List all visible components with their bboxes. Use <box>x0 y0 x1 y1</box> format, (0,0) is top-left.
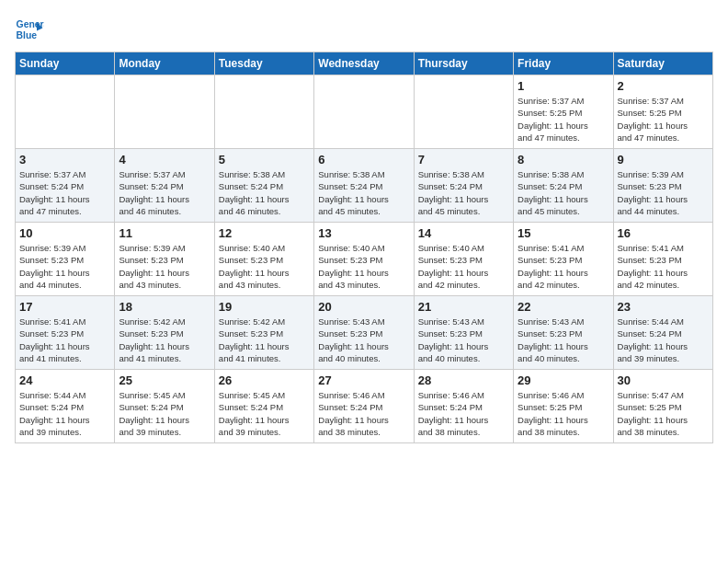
col-header-thursday: Thursday <box>414 52 513 75</box>
day-info: Sunrise: 5:46 AM Sunset: 5:24 PM Dayligh… <box>318 389 409 438</box>
day-info: Sunrise: 5:43 AM Sunset: 5:23 PM Dayligh… <box>318 316 409 364</box>
day-number: 10 <box>19 226 110 240</box>
day-number: 11 <box>119 226 210 240</box>
calendar-cell: 4Sunrise: 5:37 AM Sunset: 5:24 PM Daylig… <box>115 149 214 223</box>
day-number: 14 <box>418 226 509 240</box>
day-info: Sunrise: 5:37 AM Sunset: 5:25 PM Dayligh… <box>618 95 709 144</box>
day-number: 19 <box>219 300 310 314</box>
calendar-cell: 13Sunrise: 5:40 AM Sunset: 5:23 PM Dayli… <box>314 223 414 296</box>
calendar-cell: 22Sunrise: 5:43 AM Sunset: 5:23 PM Dayli… <box>514 296 613 370</box>
day-info: Sunrise: 5:37 AM Sunset: 5:24 PM Dayligh… <box>119 168 210 217</box>
calendar-cell: 24Sunrise: 5:44 AM Sunset: 5:24 PM Dayli… <box>16 370 115 443</box>
day-number: 12 <box>219 226 310 240</box>
day-info: Sunrise: 5:38 AM Sunset: 5:24 PM Dayligh… <box>318 168 409 217</box>
calendar-cell: 29Sunrise: 5:46 AM Sunset: 5:25 PM Dayli… <box>514 370 613 443</box>
day-number: 9 <box>618 153 709 167</box>
day-number: 30 <box>618 373 709 387</box>
calendar-cell: 2Sunrise: 5:37 AM Sunset: 5:25 PM Daylig… <box>613 75 712 149</box>
day-info: Sunrise: 5:37 AM Sunset: 5:24 PM Dayligh… <box>19 168 110 217</box>
day-number: 1 <box>518 79 609 93</box>
calendar-cell: 17Sunrise: 5:41 AM Sunset: 5:23 PM Dayli… <box>16 296 115 370</box>
day-number: 6 <box>318 153 409 167</box>
day-info: Sunrise: 5:38 AM Sunset: 5:24 PM Dayligh… <box>219 168 310 217</box>
day-info: Sunrise: 5:38 AM Sunset: 5:24 PM Dayligh… <box>418 168 509 217</box>
day-info: Sunrise: 5:37 AM Sunset: 5:25 PM Dayligh… <box>518 95 609 144</box>
day-number: 15 <box>518 226 609 240</box>
day-info: Sunrise: 5:46 AM Sunset: 5:25 PM Dayligh… <box>518 389 609 438</box>
calendar-cell: 18Sunrise: 5:42 AM Sunset: 5:23 PM Dayli… <box>115 296 214 370</box>
calendar-cell: 21Sunrise: 5:43 AM Sunset: 5:23 PM Dayli… <box>414 296 513 370</box>
day-info: Sunrise: 5:40 AM Sunset: 5:23 PM Dayligh… <box>219 242 310 291</box>
calendar-cell <box>414 75 513 149</box>
calendar-cell <box>214 75 313 149</box>
calendar-cell: 16Sunrise: 5:41 AM Sunset: 5:23 PM Dayli… <box>613 223 712 296</box>
day-info: Sunrise: 5:38 AM Sunset: 5:24 PM Dayligh… <box>518 168 609 217</box>
calendar-cell: 15Sunrise: 5:41 AM Sunset: 5:23 PM Dayli… <box>514 223 613 296</box>
day-info: Sunrise: 5:41 AM Sunset: 5:23 PM Dayligh… <box>19 316 110 364</box>
calendar-cell: 27Sunrise: 5:46 AM Sunset: 5:24 PM Dayli… <box>314 370 414 443</box>
day-info: Sunrise: 5:43 AM Sunset: 5:23 PM Dayligh… <box>418 316 509 364</box>
calendar-cell: 23Sunrise: 5:44 AM Sunset: 5:24 PM Dayli… <box>613 296 712 370</box>
day-number: 27 <box>318 373 409 387</box>
day-info: Sunrise: 5:44 AM Sunset: 5:24 PM Dayligh… <box>19 389 110 438</box>
page-header: General Blue <box>15 15 713 44</box>
calendar-cell <box>314 75 414 149</box>
day-number: 13 <box>318 226 409 240</box>
day-info: Sunrise: 5:39 AM Sunset: 5:23 PM Dayligh… <box>618 168 709 217</box>
col-header-tuesday: Tuesday <box>214 52 313 75</box>
calendar-cell: 12Sunrise: 5:40 AM Sunset: 5:23 PM Dayli… <box>214 223 313 296</box>
day-info: Sunrise: 5:47 AM Sunset: 5:25 PM Dayligh… <box>618 389 709 438</box>
col-header-wednesday: Wednesday <box>314 52 414 75</box>
calendar-cell: 6Sunrise: 5:38 AM Sunset: 5:24 PM Daylig… <box>314 149 414 223</box>
calendar-cell: 5Sunrise: 5:38 AM Sunset: 5:24 PM Daylig… <box>214 149 313 223</box>
calendar-table: SundayMondayTuesdayWednesdayThursdayFrid… <box>15 52 713 443</box>
day-number: 29 <box>518 373 609 387</box>
day-info: Sunrise: 5:41 AM Sunset: 5:23 PM Dayligh… <box>518 242 609 291</box>
col-header-sunday: Sunday <box>16 52 115 75</box>
col-header-friday: Friday <box>514 52 613 75</box>
col-header-monday: Monday <box>115 52 214 75</box>
calendar-cell: 19Sunrise: 5:42 AM Sunset: 5:23 PM Dayli… <box>214 296 313 370</box>
day-number: 26 <box>219 373 310 387</box>
day-number: 17 <box>19 300 110 314</box>
day-info: Sunrise: 5:39 AM Sunset: 5:23 PM Dayligh… <box>119 242 210 291</box>
day-number: 5 <box>219 153 310 167</box>
calendar-cell: 14Sunrise: 5:40 AM Sunset: 5:23 PM Dayli… <box>414 223 513 296</box>
calendar-cell: 28Sunrise: 5:46 AM Sunset: 5:24 PM Dayli… <box>414 370 513 443</box>
calendar-cell: 10Sunrise: 5:39 AM Sunset: 5:23 PM Dayli… <box>16 223 115 296</box>
day-info: Sunrise: 5:45 AM Sunset: 5:24 PM Dayligh… <box>119 389 210 438</box>
day-info: Sunrise: 5:45 AM Sunset: 5:24 PM Dayligh… <box>219 389 310 438</box>
day-info: Sunrise: 5:40 AM Sunset: 5:23 PM Dayligh… <box>318 242 409 291</box>
calendar-cell: 8Sunrise: 5:38 AM Sunset: 5:24 PM Daylig… <box>514 149 613 223</box>
day-number: 4 <box>119 153 210 167</box>
logo-icon: General Blue <box>15 15 44 44</box>
day-number: 18 <box>119 300 210 314</box>
calendar-cell: 1Sunrise: 5:37 AM Sunset: 5:25 PM Daylig… <box>514 75 613 149</box>
day-number: 2 <box>618 79 709 93</box>
calendar-cell: 3Sunrise: 5:37 AM Sunset: 5:24 PM Daylig… <box>16 149 115 223</box>
logo: General Blue <box>15 15 48 44</box>
day-info: Sunrise: 5:42 AM Sunset: 5:23 PM Dayligh… <box>219 316 310 364</box>
day-number: 16 <box>618 226 709 240</box>
calendar-cell: 25Sunrise: 5:45 AM Sunset: 5:24 PM Dayli… <box>115 370 214 443</box>
day-number: 7 <box>418 153 509 167</box>
col-header-saturday: Saturday <box>613 52 712 75</box>
calendar-cell: 9Sunrise: 5:39 AM Sunset: 5:23 PM Daylig… <box>613 149 712 223</box>
calendar-cell: 7Sunrise: 5:38 AM Sunset: 5:24 PM Daylig… <box>414 149 513 223</box>
calendar-cell: 30Sunrise: 5:47 AM Sunset: 5:25 PM Dayli… <box>613 370 712 443</box>
day-number: 20 <box>318 300 409 314</box>
day-number: 22 <box>518 300 609 314</box>
day-number: 3 <box>19 153 110 167</box>
day-number: 8 <box>518 153 609 167</box>
day-info: Sunrise: 5:44 AM Sunset: 5:24 PM Dayligh… <box>618 316 709 364</box>
calendar-cell: 11Sunrise: 5:39 AM Sunset: 5:23 PM Dayli… <box>115 223 214 296</box>
day-info: Sunrise: 5:40 AM Sunset: 5:23 PM Dayligh… <box>418 242 509 291</box>
svg-text:Blue: Blue <box>17 30 38 40</box>
day-number: 21 <box>418 300 509 314</box>
calendar-cell: 20Sunrise: 5:43 AM Sunset: 5:23 PM Dayli… <box>314 296 414 370</box>
day-number: 24 <box>19 373 110 387</box>
calendar-cell <box>16 75 115 149</box>
day-info: Sunrise: 5:43 AM Sunset: 5:23 PM Dayligh… <box>518 316 609 364</box>
day-info: Sunrise: 5:42 AM Sunset: 5:23 PM Dayligh… <box>119 316 210 364</box>
day-number: 28 <box>418 373 509 387</box>
